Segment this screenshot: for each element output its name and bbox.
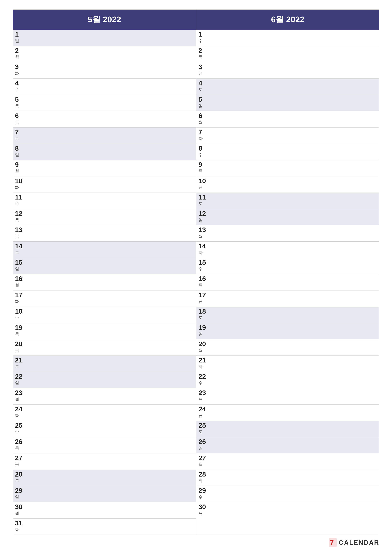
day-name: 목 bbox=[15, 103, 19, 109]
day-row: 12일 bbox=[196, 209, 379, 225]
day-name: 화 bbox=[15, 413, 19, 418]
day-number: 25 bbox=[199, 422, 206, 429]
day-content bbox=[29, 372, 196, 388]
day-number-col: 13월 bbox=[196, 225, 212, 241]
day-name: 수 bbox=[199, 38, 203, 44]
day-content bbox=[29, 241, 196, 258]
day-content bbox=[29, 160, 196, 176]
day-number: 9 bbox=[199, 161, 202, 168]
day-number-col: 3금 bbox=[196, 62, 212, 79]
day-name: 일 bbox=[15, 266, 19, 272]
day-number: 26 bbox=[15, 438, 22, 445]
day-name: 월 bbox=[199, 348, 203, 353]
day-row: 13금 bbox=[13, 225, 196, 241]
day-number-col: 30목 bbox=[196, 502, 212, 518]
day-name: 금 bbox=[15, 234, 19, 239]
day-content bbox=[212, 95, 379, 111]
day-content bbox=[29, 62, 196, 79]
day-content bbox=[29, 209, 196, 225]
day-number: 7 bbox=[199, 129, 202, 135]
day-content bbox=[212, 291, 379, 307]
day-name: 금 bbox=[199, 413, 203, 418]
day-number-col: 18토 bbox=[196, 307, 212, 323]
day-number: 6 bbox=[199, 112, 202, 119]
day-number-col: 15수 bbox=[196, 258, 212, 274]
day-row: 30목 bbox=[196, 502, 379, 518]
day-content bbox=[29, 518, 196, 535]
day-number-col: 8일 bbox=[13, 144, 29, 160]
day-number-col: 1수 bbox=[196, 30, 212, 46]
day-number: 28 bbox=[199, 471, 206, 478]
day-name: 월 bbox=[15, 396, 19, 402]
day-number: 29 bbox=[199, 487, 206, 494]
day-number-col: 1일 bbox=[13, 30, 29, 46]
brand: 7 CALENDAR bbox=[329, 538, 379, 547]
day-number: 8 bbox=[199, 145, 202, 152]
day-number-col: 13금 bbox=[13, 225, 29, 241]
day-number: 22 bbox=[15, 373, 22, 380]
day-name: 월 bbox=[15, 511, 19, 516]
day-name: 수 bbox=[199, 494, 203, 500]
day-number-col: 6월 bbox=[196, 111, 212, 127]
day-content bbox=[29, 225, 196, 241]
day-row: 30월 bbox=[13, 502, 196, 518]
day-row: 4토 bbox=[196, 79, 379, 95]
day-content bbox=[212, 258, 379, 274]
day-row: 19일 bbox=[196, 323, 379, 339]
day-content bbox=[29, 176, 196, 193]
day-number-col: 30월 bbox=[13, 502, 29, 518]
day-row: 1일 bbox=[13, 30, 196, 46]
brand-text: CALENDAR bbox=[339, 539, 379, 546]
day-row: 2월 bbox=[13, 46, 196, 62]
day-row: 19목 bbox=[13, 323, 196, 339]
day-number-col: 27금 bbox=[13, 453, 29, 470]
day-number: 18 bbox=[199, 308, 206, 315]
day-number: 21 bbox=[15, 357, 22, 364]
day-number: 27 bbox=[199, 455, 206, 461]
month-right: 6월 2022 1수2목3금4토5일6월7화8수9목10금11토12일13월14… bbox=[196, 10, 379, 535]
day-content bbox=[212, 62, 379, 79]
day-name: 화 bbox=[199, 364, 203, 369]
day-name: 일 bbox=[15, 38, 19, 44]
day-name: 일 bbox=[15, 380, 19, 386]
day-number-col: 26목 bbox=[13, 437, 29, 453]
day-number: 16 bbox=[199, 275, 206, 282]
day-name: 화 bbox=[199, 250, 203, 255]
day-number: 2 bbox=[199, 47, 202, 54]
day-row: 17금 bbox=[196, 291, 379, 307]
day-row: 5목 bbox=[13, 95, 196, 111]
day-name: 수 bbox=[15, 315, 19, 321]
day-number: 20 bbox=[15, 341, 22, 347]
day-content bbox=[29, 405, 196, 421]
day-number-col: 14화 bbox=[196, 241, 212, 258]
day-number-col: 7토 bbox=[13, 128, 29, 144]
day-row: 8수 bbox=[196, 144, 379, 160]
day-name: 목 bbox=[199, 168, 203, 174]
day-number-col: 29일 bbox=[13, 486, 29, 502]
day-number-col: 3화 bbox=[13, 62, 29, 79]
day-number-col: 24금 bbox=[196, 405, 212, 421]
day-content bbox=[29, 30, 196, 46]
day-number: 26 bbox=[199, 438, 206, 445]
day-name: 수 bbox=[199, 266, 203, 272]
day-row: 27금 bbox=[13, 453, 196, 470]
day-number: 9 bbox=[15, 161, 19, 168]
month-left: 5월 2022 1일2월3화4수5목6금7토8일9월10화11수12목13금14… bbox=[13, 10, 196, 535]
day-number: 11 bbox=[15, 194, 22, 201]
day-name: 일 bbox=[199, 217, 203, 223]
day-number-col: 28토 bbox=[13, 470, 29, 486]
day-row: 18토 bbox=[196, 307, 379, 323]
day-row: 25토 bbox=[196, 421, 379, 437]
month-right-title: 6월 2022 bbox=[271, 15, 304, 24]
day-row: 26일 bbox=[196, 437, 379, 453]
day-number: 30 bbox=[15, 504, 22, 510]
day-row: 8일 bbox=[13, 144, 196, 160]
page: 5월 2022 1일2월3화4수5목6금7토8일9월10화11수12목13금14… bbox=[0, 0, 392, 555]
day-number-col: 25토 bbox=[196, 421, 212, 437]
day-number: 10 bbox=[15, 178, 22, 184]
day-number: 15 bbox=[199, 259, 206, 266]
day-number: 1 bbox=[199, 31, 202, 38]
day-row: 1수 bbox=[196, 30, 379, 46]
day-content bbox=[29, 486, 196, 502]
day-content bbox=[212, 323, 379, 339]
